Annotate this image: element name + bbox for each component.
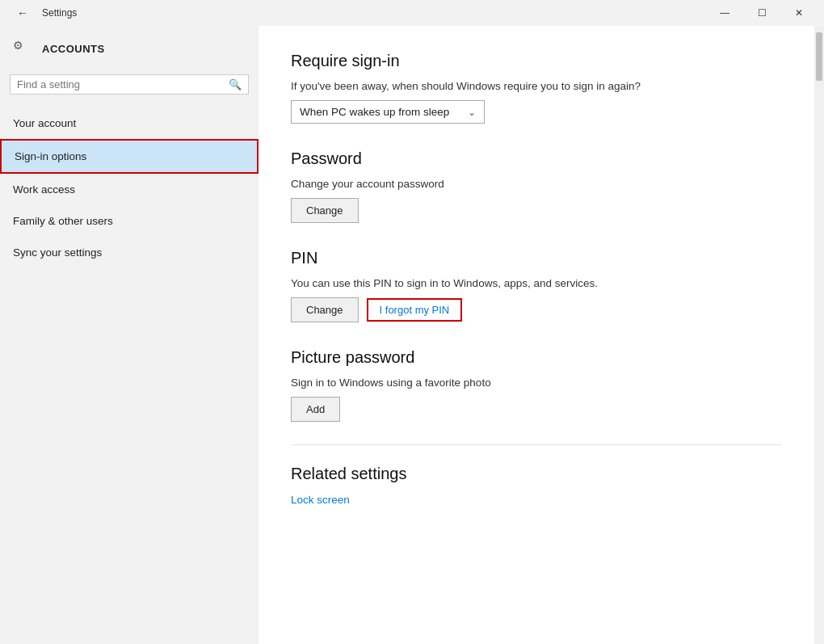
pin-heading: PIN [291,249,782,267]
titlebar: ← Settings — ☐ ✕ [0,0,824,26]
app-body: ⚙ ACCOUNTS 🔍 Your account Sign-in option… [0,26,824,644]
sidebar-item-work-access[interactable]: Work access [0,174,259,205]
sidebar-header: ⚙ ACCOUNTS [0,26,259,74]
related-settings-heading: Related settings [291,465,782,483]
require-signin-description: If you've been away, when should Windows… [291,80,782,92]
chevron-down-icon: ⌄ [468,107,476,118]
require-signin-heading: Require sign-in [291,52,782,70]
password-buttons: Change [291,198,782,223]
pin-buttons: Change I forgot my PIN [291,297,782,322]
minimize-button[interactable]: — [706,0,743,26]
sidebar-item-your-account[interactable]: Your account [0,107,259,139]
password-heading: Password [291,149,782,168]
picture-password-buttons: Add [291,397,782,422]
back-button[interactable]: ← [10,0,36,26]
related-settings-divider [291,444,782,445]
maximize-button[interactable]: ☐ [743,0,780,26]
picture-password-add-button[interactable]: Add [291,397,340,422]
require-signin-dropdown-wrap: When PC wakes up from sleep ⌄ [291,100,782,124]
search-input[interactable] [17,78,229,90]
sidebar: ⚙ ACCOUNTS 🔍 Your account Sign-in option… [0,26,259,644]
password-description: Change your account password [291,178,782,190]
pin-description: You can use this PIN to sign in to Windo… [291,277,782,289]
titlebar-title: Settings [42,7,77,19]
picture-password-description: Sign in to Windows using a favorite phot… [291,377,782,389]
pin-change-button[interactable]: Change [291,297,359,322]
accounts-icon: ⚙ [13,39,32,58]
search-icon: 🔍 [229,78,242,90]
window-controls: — ☐ ✕ [706,0,818,26]
password-change-button[interactable]: Change [291,198,359,223]
picture-password-heading: Picture password [291,348,782,367]
search-input-wrap[interactable]: 🔍 [10,74,249,95]
dropdown-value: When PC wakes up from sleep [300,106,449,118]
main-content: Require sign-in If you've been away, whe… [259,26,814,644]
scrollbar[interactable] [814,26,824,644]
forgot-pin-button[interactable]: I forgot my PIN [367,298,463,322]
sidebar-item-sync-settings[interactable]: Sync your settings [0,237,259,268]
sidebar-app-title: ACCOUNTS [42,43,105,55]
lock-screen-link[interactable]: Lock screen [291,494,350,506]
scrollbar-thumb[interactable] [816,32,822,81]
close-button[interactable]: ✕ [780,0,818,26]
sidebar-item-family-other-users[interactable]: Family & other users [0,205,259,237]
require-signin-dropdown[interactable]: When PC wakes up from sleep ⌄ [291,100,485,124]
search-bar: 🔍 [10,74,249,95]
sidebar-item-sign-in-options[interactable]: Sign-in options [0,139,259,174]
back-icon: ← [17,6,28,19]
